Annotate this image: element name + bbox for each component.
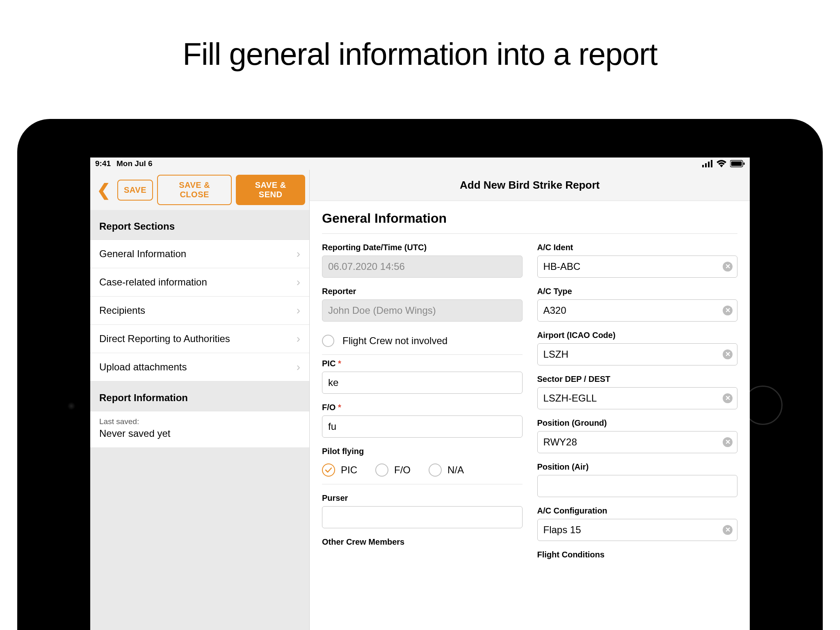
page-headline: Fill general information into a report: [0, 0, 840, 72]
report-information-header: Report Information: [90, 381, 309, 411]
content-title: Add New Bird Strike Report: [310, 170, 750, 201]
chevron-right-icon: ›: [297, 332, 300, 345]
clear-icon[interactable]: ✕: [723, 306, 733, 315]
last-saved-value: Never saved yet: [99, 428, 300, 439]
radio-label: N/A: [447, 464, 464, 476]
sector-label: Sector DEP / DEST: [537, 374, 738, 384]
ac-ident-input[interactable]: [537, 256, 738, 278]
nav-recipients[interactable]: Recipients›: [90, 297, 309, 325]
nav-upload-attachments[interactable]: Upload attachments›: [90, 353, 309, 381]
svg-rect-5: [731, 162, 742, 166]
report-sections-header: Report Sections: [90, 210, 309, 240]
clear-icon[interactable]: ✕: [723, 525, 733, 535]
chevron-right-icon: ›: [297, 304, 300, 317]
nav-item-label: Recipients: [99, 305, 145, 316]
clear-icon[interactable]: ✕: [723, 262, 733, 272]
reporter-input: [322, 299, 523, 322]
cell-signal-icon: [702, 160, 713, 167]
battery-icon: [730, 160, 745, 167]
clear-icon[interactable]: ✕: [723, 393, 733, 403]
flight-crew-label: Flight Crew not involved: [342, 335, 447, 347]
screen: 9:41 Mon Jul 6 ❮ SAVE SAVE: [90, 158, 750, 630]
fo-input[interactable]: [322, 415, 523, 438]
form-left-column: Reporting Date/Time (UTC) Reporter Fligh…: [322, 243, 523, 563]
radio-icon: [429, 463, 442, 477]
flight-conditions-label: Flight Conditions: [537, 550, 738, 559]
pilot-flying-fo[interactable]: F/O: [375, 463, 411, 477]
reporter-label: Reporter: [322, 287, 523, 296]
other-crew-label: Other Crew Members: [322, 537, 523, 547]
last-saved-block: Last saved: Never saved yet: [90, 411, 309, 448]
last-saved-label: Last saved:: [99, 417, 300, 426]
sidebar: ❮ SAVE SAVE & CLOSE SAVE & SEND Report S…: [90, 170, 310, 630]
nav-item-label: General Information: [99, 248, 186, 260]
purser-input[interactable]: [322, 506, 523, 528]
airport-label: Airport (ICAO Code): [537, 331, 738, 340]
pilot-flying-radios: PIC F/O N/A: [322, 463, 523, 484]
divider: [322, 233, 737, 234]
clear-icon[interactable]: ✕: [723, 437, 733, 447]
content-scroll[interactable]: General Information Reporting Date/Time …: [310, 201, 750, 630]
nav-case-related[interactable]: Case-related information›: [90, 268, 309, 297]
sector-input[interactable]: [537, 387, 738, 409]
form-right-column: A/C Ident ✕ A/C Type ✕: [537, 243, 738, 563]
chevron-right-icon: ›: [297, 361, 300, 374]
toolbar: ❮ SAVE SAVE & CLOSE SAVE & SEND: [90, 170, 309, 210]
airport-input[interactable]: [537, 343, 738, 365]
purser-label: Purser: [322, 493, 523, 503]
nav-item-label: Direct Reporting to Authorities: [99, 333, 230, 345]
radio-label: PIC: [341, 464, 357, 476]
save-close-button[interactable]: SAVE & CLOSE: [157, 175, 232, 205]
nav-item-label: Case-related information: [99, 276, 207, 288]
pilot-flying-label: Pilot flying: [322, 447, 523, 456]
fo-label: F/O *: [322, 403, 523, 412]
wifi-icon: [716, 160, 727, 167]
save-send-button[interactable]: SAVE & SEND: [236, 175, 305, 205]
pilot-flying-na[interactable]: N/A: [429, 463, 464, 477]
pic-label: PIC *: [322, 359, 523, 368]
position-ground-label: Position (Ground): [537, 418, 738, 428]
status-time: 9:41: [95, 159, 111, 168]
position-air-input[interactable]: [537, 475, 738, 497]
pic-input[interactable]: [322, 372, 523, 394]
reporting-date-input: [322, 256, 523, 278]
ac-type-label: A/C Type: [537, 287, 738, 296]
radio-icon: [375, 463, 388, 477]
chevron-right-icon: ›: [297, 247, 300, 260]
section-heading: General Information: [322, 211, 737, 226]
radio-icon: [322, 463, 335, 477]
nav-direct-reporting[interactable]: Direct Reporting to Authorities›: [90, 325, 309, 353]
status-date: Mon Jul 6: [116, 159, 153, 168]
status-bar: 9:41 Mon Jul 6: [90, 158, 750, 170]
position-air-label: Position (Air): [537, 462, 738, 472]
ac-config-input[interactable]: [537, 519, 738, 541]
ac-config-label: A/C Configuration: [537, 506, 738, 516]
tablet-camera: [67, 402, 75, 410]
reporting-date-label: Reporting Date/Time (UTC): [322, 243, 523, 252]
svg-rect-6: [744, 162, 745, 165]
pilot-flying-pic[interactable]: PIC: [322, 463, 357, 477]
nav-general-information[interactable]: General Information›: [90, 240, 309, 268]
svg-rect-1: [705, 163, 707, 167]
radio-label: F/O: [394, 464, 411, 476]
save-button[interactable]: SAVE: [117, 180, 153, 201]
clear-icon[interactable]: ✕: [723, 349, 733, 359]
svg-rect-3: [711, 160, 712, 167]
chevron-right-icon: ›: [297, 276, 300, 289]
content-pane: Add New Bird Strike Report General Infor…: [310, 170, 750, 630]
back-chevron-icon[interactable]: ❮: [94, 182, 113, 198]
ac-ident-label: A/C Ident: [537, 243, 738, 252]
svg-rect-0: [702, 165, 704, 167]
svg-rect-2: [708, 162, 710, 167]
tablet-frame: 9:41 Mon Jul 6 ❮ SAVE SAVE: [17, 119, 823, 630]
sections-list: General Information› Case-related inform…: [90, 240, 309, 381]
ac-type-input[interactable]: [537, 299, 738, 322]
nav-item-label: Upload attachments: [99, 361, 187, 373]
position-ground-input[interactable]: [537, 431, 738, 453]
flight-crew-checkbox[interactable]: [322, 335, 334, 347]
